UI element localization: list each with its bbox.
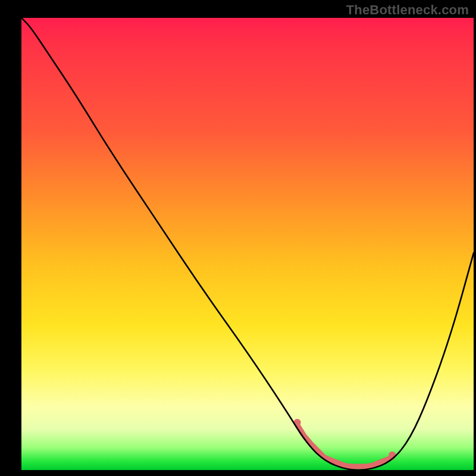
bottleneck-curve [21, 18, 474, 470]
watermark-text: TheBottleneck.com [346, 2, 469, 18]
plot-area [21, 18, 474, 470]
chart-frame: TheBottleneck.com [0, 0, 476, 476]
optimal-range-marker [298, 425, 393, 466]
curve-overlay [21, 18, 474, 470]
